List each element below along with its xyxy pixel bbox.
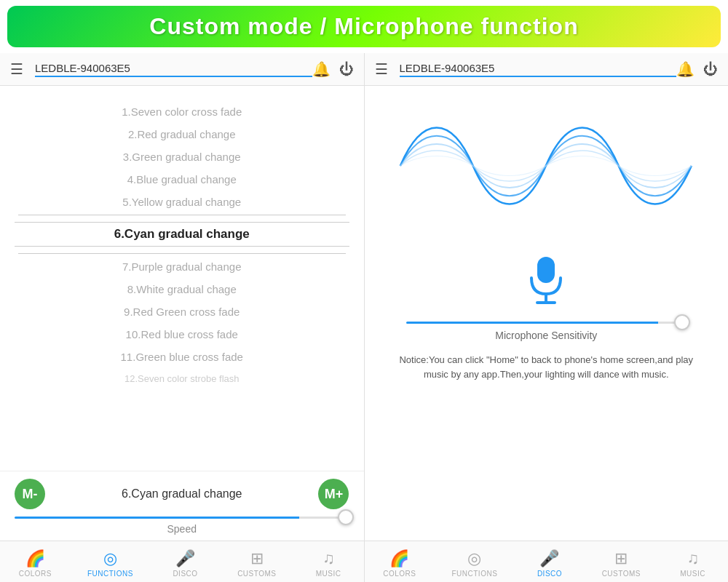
waveform-svg — [389, 100, 703, 231]
right-functions-icon: ◎ — [467, 549, 481, 568]
speed-row — [15, 517, 349, 519]
left-panel: ☰ LEDBLE-940063E5 🔔 ⏻ 1.Seven color cros… — [0, 53, 365, 582]
speed-slider-thumb[interactable] — [338, 509, 354, 525]
right-nav-colors[interactable]: 🌈 COLORS — [381, 549, 418, 578]
mode-item-4[interactable]: 4.Blue gradual change — [0, 168, 364, 191]
left-music-icon: ♫ — [323, 549, 335, 568]
left-bottom-nav: 🌈 COLORS ◎ FUNCTIONS 🎤 DISCO ⊞ CUSTOMS ♫… — [0, 541, 364, 582]
mode-item-12[interactable]: 12.Seven color strobe flash — [0, 368, 364, 389]
mode-item-5[interactable]: 5.Yellow gradual change — [0, 191, 364, 213]
left-device-name: LEDBLE-940063E5 — [35, 62, 312, 77]
right-nav-disco[interactable]: 🎤 DISCO — [531, 549, 568, 578]
mode-item-3[interactable]: 3.Green gradual change — [0, 146, 364, 168]
left-bottom-controls: M- 6.Cyan gradual change M+ Speed — [0, 471, 364, 541]
left-colors-label: COLORS — [19, 570, 52, 578]
mic-sensitivity-label: Microphone Sensitivity — [495, 330, 597, 341]
speed-slider-track[interactable] — [15, 517, 349, 519]
right-menu-icon[interactable]: ☰ — [375, 60, 388, 78]
left-customs-icon: ⊞ — [250, 549, 264, 568]
mic-sensitivity-row — [406, 322, 686, 324]
right-content: Microphone Sensitivity Notice:You can cl… — [365, 86, 729, 541]
right-topbar: ☰ LEDBLE-940063E5 🔔 ⏻ — [365, 53, 729, 86]
right-music-label: MUSIC — [680, 570, 705, 578]
mic-slider-track[interactable] — [406, 322, 686, 324]
mode-item-11[interactable]: 11.Green blue cross fade — [0, 346, 364, 368]
left-nav-music[interactable]: ♫ MUSIC — [310, 549, 347, 578]
mode-item-9[interactable]: 9.Red Green cross fade — [0, 300, 364, 323]
left-topbar-icons: 🔔 ⏻ — [312, 60, 354, 78]
microphone-icon-container — [524, 253, 568, 314]
mode-item-8[interactable]: 8.White gradual chage — [0, 278, 364, 300]
left-colors-icon: 🌈 — [25, 549, 45, 568]
mode-divider-top — [18, 215, 346, 215]
right-bottom-nav: 🌈 COLORS ◎ FUNCTIONS 🎤 DISCO ⊞ CUSTOMS ♫… — [365, 541, 729, 582]
m-plus-button[interactable]: M+ — [318, 479, 349, 509]
right-power-icon[interactable]: ⏻ — [703, 61, 718, 78]
speed-label: Speed — [15, 523, 349, 535]
right-nav-music[interactable]: ♫ MUSIC — [675, 549, 711, 578]
left-nav-functions[interactable]: ◎ FUNCTIONS — [87, 549, 133, 578]
mode-item-10[interactable]: 10.Red blue cross fade — [0, 323, 364, 346]
mode-divider-bottom — [18, 253, 346, 254]
right-device-name: LEDBLE-940063E5 — [400, 62, 677, 77]
header-banner: Custom mode / Microphone function — [7, 6, 721, 47]
left-nav-colors[interactable]: 🌈 COLORS — [17, 549, 53, 578]
left-power-icon[interactable]: ⏻ — [339, 61, 354, 78]
mode-selector-row: M- 6.Cyan gradual change M+ — [15, 479, 349, 509]
svg-rect-0 — [537, 257, 555, 283]
right-functions-label: FUNCTIONS — [451, 570, 497, 578]
right-music-icon: ♫ — [687, 549, 699, 568]
right-disco-label: DISCO — [537, 570, 562, 578]
left-nav-customs[interactable]: ⊞ CUSTOMS — [237, 549, 276, 578]
header-title: Custom mode / Microphone function — [22, 13, 706, 40]
left-disco-icon: 🎤 — [175, 549, 195, 568]
left-menu-icon[interactable]: ☰ — [10, 60, 23, 78]
right-colors-icon: 🌈 — [389, 549, 409, 568]
right-disco-icon: 🎤 — [539, 549, 559, 568]
right-nav-customs[interactable]: ⊞ CUSTOMS — [602, 549, 641, 578]
left-music-label: MUSIC — [316, 570, 341, 578]
right-topbar-icons: 🔔 ⏻ — [676, 60, 718, 78]
right-panel: ☰ LEDBLE-940063E5 🔔 ⏻ — [365, 53, 729, 582]
right-alarm-icon[interactable]: 🔔 — [676, 60, 695, 78]
mode-item-2[interactable]: 2.Red gradual change — [0, 123, 364, 146]
left-alarm-icon[interactable]: 🔔 — [312, 60, 331, 78]
left-customs-label: CUSTOMS — [237, 570, 276, 578]
right-nav-functions[interactable]: ◎ FUNCTIONS — [451, 549, 497, 578]
left-disco-label: DISCO — [173, 570, 197, 578]
right-customs-icon: ⊞ — [614, 549, 628, 568]
left-functions-label: FUNCTIONS — [87, 570, 133, 578]
left-functions-icon: ◎ — [103, 549, 117, 568]
current-mode-label: 6.Cyan gradual change — [122, 487, 242, 501]
mode-item-1[interactable]: 1.Seven color cross fade — [0, 100, 364, 123]
left-topbar: ☰ LEDBLE-940063E5 🔔 ⏻ — [0, 53, 364, 86]
mode-item-7[interactable]: 7.Purple gradual change — [0, 255, 364, 278]
microphone-icon — [524, 253, 568, 304]
left-nav-disco[interactable]: 🎤 DISCO — [167, 549, 203, 578]
mic-slider-thumb[interactable] — [674, 314, 690, 330]
m-minus-button[interactable]: M- — [15, 479, 45, 509]
waveform-container — [372, 93, 721, 239]
notice-text: Notice:You can click "Home" to back to p… — [372, 353, 721, 381]
right-colors-label: COLORS — [383, 570, 416, 578]
mode-list: 1.Seven color cross fade 2.Red gradual c… — [0, 86, 364, 471]
mode-item-6[interactable]: 6.Cyan gradual change — [0, 217, 364, 252]
right-customs-label: CUSTOMS — [602, 570, 641, 578]
